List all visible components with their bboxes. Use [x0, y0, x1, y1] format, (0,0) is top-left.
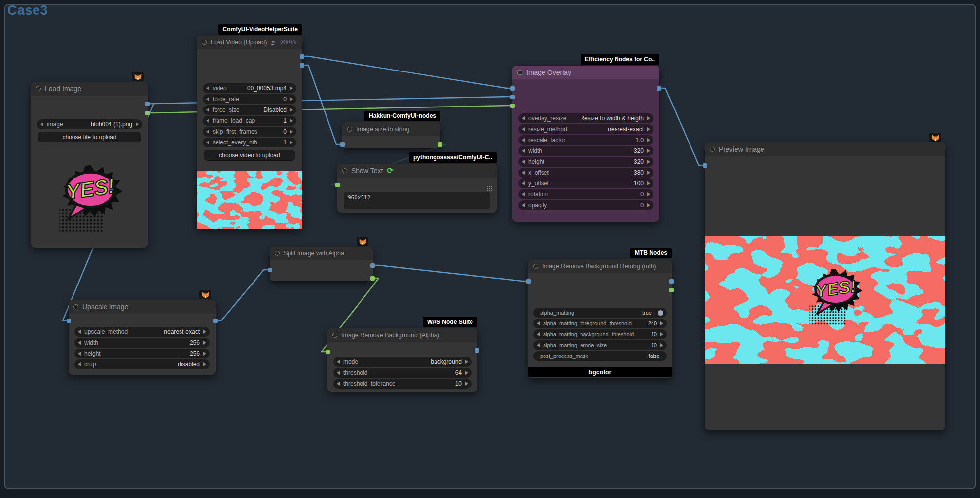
widget-alpha-matting-foreground-threshold[interactable]: alpha_matting_foreground_threshold 240: [533, 319, 667, 328]
decrement-icon[interactable]: [522, 203, 525, 207]
decrement-icon[interactable]: [78, 362, 81, 366]
input-slot-overlay-image[interactable]: [510, 95, 515, 99]
decrement-icon[interactable]: [206, 141, 209, 144]
output-slot-image[interactable]: [669, 279, 674, 284]
widget-resize-method[interactable]: resize_method nearest-exact: [518, 124, 653, 134]
node-header[interactable]: Preview Image: [705, 142, 945, 156]
widget-rotation[interactable]: rotation 0: [518, 189, 653, 199]
increment-icon[interactable]: [290, 119, 293, 123]
node-header[interactable]: Image Remove Background (Alpha): [327, 328, 477, 342]
widget-threshold[interactable]: threshold 64: [333, 368, 472, 378]
output-slot-image[interactable]: [300, 54, 304, 59]
increment-icon[interactable]: [660, 321, 663, 325]
widget-upscale-method[interactable]: upscale_method nearest-exact: [74, 327, 210, 337]
node-image-remove-background-rembg[interactable]: MTB Nodes Image Remove Background Rembg …: [528, 259, 672, 378]
increment-icon[interactable]: [465, 382, 468, 386]
collapse-dot[interactable]: [533, 264, 538, 269]
input-slot-image[interactable]: [526, 279, 531, 284]
resize-grid-icon[interactable]: [486, 185, 492, 191]
widget-post-process-mask[interactable]: post_process_mask false: [533, 351, 667, 361]
output-slot-mask[interactable]: [370, 276, 375, 281]
choose-file-button[interactable]: choose file to upload: [38, 132, 141, 142]
input-slot-image[interactable]: [268, 268, 272, 272]
widget-alpha-matting-background-threshold[interactable]: alpha_matting_background_threshold 10: [533, 329, 667, 339]
node-upscale-image[interactable]: Upscale Image upscale_method nearest-exa…: [69, 300, 216, 375]
increment-icon[interactable]: [660, 343, 663, 347]
increment-icon[interactable]: [647, 138, 650, 142]
node-image-overlay[interactable]: Efficiency Nodes for Co.. Image Overlay …: [512, 66, 659, 222]
increment-icon[interactable]: [290, 86, 293, 90]
collapse-dot[interactable]: [710, 147, 715, 152]
node-header[interactable]: Image Overlay: [512, 66, 659, 79]
decrement-icon[interactable]: [206, 119, 209, 123]
increment-icon[interactable]: [290, 141, 293, 144]
increment-icon[interactable]: [647, 181, 650, 185]
decrement-icon[interactable]: [537, 332, 540, 336]
node-split-image-with-alpha[interactable]: Split Image with Alpha: [270, 247, 373, 281]
input-slot-optional-mask[interactable]: [510, 104, 515, 108]
decrement-icon[interactable]: [206, 86, 209, 90]
increment-icon[interactable]: [647, 127, 650, 131]
decrement-icon[interactable]: [537, 321, 540, 325]
widget-height[interactable]: height 320: [518, 157, 653, 167]
widget-force-size[interactable]: force_size Disabled: [203, 105, 296, 115]
decrement-icon[interactable]: [522, 171, 525, 175]
output-slot-mask[interactable]: [145, 111, 150, 115]
widget-video[interactable]: video 00_00053.mp4: [203, 83, 296, 93]
increment-icon[interactable]: [290, 130, 293, 134]
widget-x-offset[interactable]: x_offset 380: [518, 168, 653, 178]
widget-opacity[interactable]: opacity 0: [518, 200, 653, 210]
collapse-dot[interactable]: [202, 40, 207, 45]
increment-icon[interactable]: [203, 330, 206, 334]
decrement-icon[interactable]: [206, 108, 209, 112]
choose-video-button[interactable]: choose video to upload: [204, 150, 295, 161]
increment-icon[interactable]: [647, 149, 650, 153]
widget-crop[interactable]: crop disabled: [74, 359, 210, 369]
comfyui-canvas[interactable]: Case3: [0, 0, 980, 498]
output-slot-frame-count[interactable]: [300, 63, 304, 68]
decrement-icon[interactable]: [78, 352, 81, 356]
increment-icon[interactable]: [203, 362, 206, 366]
node-header[interactable]: Show Text ⟳: [337, 164, 497, 178]
widget-force-rate[interactable]: force_rate 0: [203, 94, 296, 104]
decrement-icon[interactable]: [522, 192, 525, 196]
input-slot-images[interactable]: [326, 350, 330, 354]
decrement-icon[interactable]: [337, 360, 340, 364]
output-slot-image[interactable]: [370, 263, 375, 268]
decrement-icon[interactable]: [537, 343, 540, 347]
widget-width[interactable]: width 320: [518, 146, 653, 156]
widget-height[interactable]: height 256: [74, 349, 210, 358]
node-image-remove-background-alpha[interactable]: WAS Node Suite Image Remove Background (…: [327, 328, 477, 392]
widget-overlay-resize[interactable]: overlay_resize Resize to width & heigth: [518, 113, 653, 123]
increment-icon[interactable]: [203, 341, 206, 345]
collapse-dot[interactable]: [73, 304, 78, 309]
node-header[interactable]: Load Video (Upload) ⓋⒽⓈ: [197, 36, 302, 49]
decrement-icon[interactable]: [206, 130, 209, 134]
widget-select-every-nth[interactable]: select_every_nth 1: [203, 138, 296, 147]
node-header[interactable]: Image Remove Background Rembg (mtb): [528, 259, 672, 273]
decrement-icon[interactable]: [337, 382, 340, 386]
increment-icon[interactable]: [647, 192, 650, 196]
text-output-box[interactable]: 960x512: [344, 192, 490, 209]
increment-icon[interactable]: [660, 332, 663, 336]
output-slot-image[interactable]: [145, 102, 150, 106]
increment-icon[interactable]: [647, 171, 650, 175]
increment-icon[interactable]: [136, 122, 139, 126]
collapse-dot[interactable]: [342, 168, 347, 173]
collapse-dot[interactable]: [332, 333, 337, 338]
output-slot-image[interactable]: [657, 86, 661, 91]
toggle-knob[interactable]: [658, 310, 663, 316]
increment-icon[interactable]: [465, 360, 468, 364]
widget-frame-load-cap[interactable]: frame_load_cap 1: [203, 116, 296, 126]
increment-icon[interactable]: [465, 371, 468, 375]
increment-icon[interactable]: [647, 116, 650, 120]
decrement-icon[interactable]: [522, 160, 525, 164]
input-slot-image[interactable]: [67, 319, 71, 323]
increment-icon[interactable]: [647, 160, 650, 164]
decrement-icon[interactable]: [522, 149, 525, 153]
increment-icon[interactable]: [647, 203, 650, 207]
decrement-icon[interactable]: [78, 330, 81, 334]
decrement-icon[interactable]: [337, 371, 340, 375]
output-slot-image[interactable]: [213, 319, 218, 323]
node-header[interactable]: Image size to string: [342, 122, 440, 136]
